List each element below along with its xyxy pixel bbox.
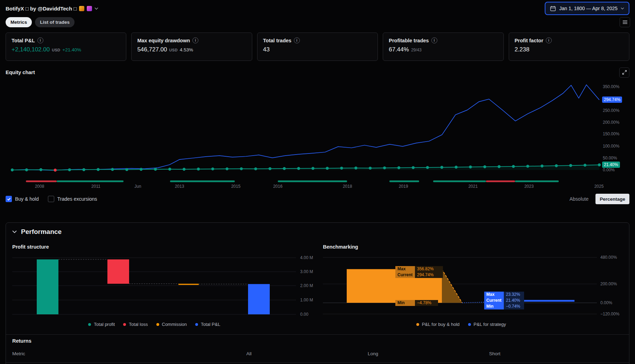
trade-segment[interactable] (278, 180, 347, 182)
returns-header-cell: Long (368, 351, 378, 356)
returns-title: Returns (12, 338, 31, 344)
info-icon[interactable] (294, 37, 300, 43)
data-point (397, 166, 400, 169)
data-point (526, 165, 529, 167)
date-range-label: Jan 1, 1800 — Apr 8, 2025 (559, 6, 618, 11)
data-point (168, 167, 171, 170)
divider (6, 362, 629, 363)
data-point (383, 166, 386, 169)
tab-list-of-trades[interactable]: List of trades (35, 17, 75, 27)
data-point (426, 166, 429, 169)
data-point (111, 168, 114, 171)
trades-excursions-toggle[interactable]: Trades excursions (48, 196, 97, 202)
tooltip-label: Min (484, 304, 504, 309)
metric-card-total-pnl: Total P&L +2,140,102.00 USD +21.40% (6, 33, 126, 61)
card-title: Total P&L (12, 38, 35, 43)
absolute-mode-button[interactable]: Absolute (570, 196, 588, 202)
metric-card-max-drawdown: Max equity drawdown 546,727.00 USD 4.53% (131, 33, 252, 61)
report-layout-button[interactable] (620, 17, 630, 27)
data-point (369, 167, 372, 170)
y-axis-label: 200.00% (600, 281, 617, 286)
data-point (254, 167, 257, 170)
data-point (240, 167, 243, 170)
x-axis-label: 2018 (343, 184, 352, 189)
trade-segment[interactable] (26, 180, 57, 182)
tooltip-label: Max (484, 292, 504, 298)
buyhold-min-tooltip: Min −4.78% (395, 300, 438, 306)
trade-segment[interactable] (433, 180, 486, 182)
data-point (469, 165, 472, 168)
data-point (140, 168, 142, 171)
legend-dot (88, 323, 91, 326)
data-point (97, 168, 99, 171)
bar-commission (178, 284, 199, 285)
x-axis-label: 2016 (273, 184, 283, 189)
y-axis-label: 200.00% (603, 120, 619, 125)
card-extra: +21.40% (62, 47, 81, 52)
data-point (25, 169, 28, 171)
checkbox-unchecked-icon[interactable] (48, 196, 54, 202)
profit-structure-chart[interactable]: 4.00 M3.00 M2.00 M1.00 M0.00 (12, 253, 320, 320)
x-axis-label: Jun (134, 184, 141, 189)
date-range-picker[interactable]: Jan 1, 1800 — Apr 8, 2025 (545, 2, 629, 15)
bar-total-profit (37, 259, 58, 314)
data-point (569, 164, 572, 167)
tab-metrics[interactable]: Metrics (6, 17, 32, 27)
data-point (483, 165, 486, 168)
data-point (584, 164, 586, 166)
tooltip-label: Current (395, 272, 415, 278)
equity-chart[interactable]: 350.00%250.00%200.00%150.00%100.00%50.00… (0, 78, 635, 191)
info-icon[interactable] (192, 37, 198, 43)
buy-hold-value-badge: 294.74% (602, 97, 622, 103)
trade-segment[interactable] (170, 180, 235, 182)
legend-label: P&L for buy & hold (422, 322, 460, 327)
view-tabs: Metrics List of trades (0, 17, 635, 28)
y-axis-label: 480.00% (600, 255, 617, 260)
data-point (54, 169, 57, 171)
metric-cards-row: Total P&L +2,140,102.00 USD +21.40% Max … (0, 28, 635, 66)
data-point (555, 164, 558, 167)
legend-item: Commission (156, 322, 187, 327)
tooltip-value: −0.74% (504, 304, 524, 309)
data-point (440, 166, 443, 169)
trade-segment[interactable] (486, 180, 515, 182)
card-extra: 4.53% (180, 47, 193, 52)
data-point (412, 166, 415, 169)
info-icon[interactable] (37, 37, 43, 43)
trade-segment[interactable] (389, 180, 419, 182)
y-axis-label: 50.00% (603, 156, 617, 160)
chart-badge-icon (87, 6, 92, 11)
legend-dot (195, 323, 198, 326)
trade-segment[interactable] (515, 180, 559, 182)
expand-chart-button[interactable] (619, 67, 629, 78)
performance-section-toggle[interactable]: Performance (12, 228, 62, 236)
bar-total-loss (107, 259, 129, 284)
data-point (541, 165, 543, 167)
metric-card-profitable-trades: Profitable trades 67.44% 29/43 (383, 33, 503, 61)
strategy-title-group[interactable]: BotifyX □ by @DaviddTech □ (6, 6, 98, 12)
fullscreen-icon (622, 70, 627, 75)
data-point (598, 163, 601, 166)
benchmarking-legend: P&L for buy & holdP&L for strategy (323, 322, 599, 327)
y-axis-label: 0.00 (300, 312, 308, 317)
percentage-mode-button[interactable]: Percentage (595, 194, 629, 204)
trade-segment[interactable] (57, 180, 124, 182)
info-icon[interactable] (546, 37, 552, 43)
x-axis-label: 2019 (399, 184, 408, 189)
legend-dot (416, 323, 419, 326)
chevron-down-icon (12, 230, 17, 233)
strategy-value-badge: 21.40% (602, 162, 620, 168)
buy-hold-toggle[interactable]: Buy & hold (6, 196, 39, 202)
profit-structure-title: Profit structure (12, 244, 49, 250)
tooltip-value: 294.74% (415, 272, 443, 278)
benchmarking-chart[interactable]: Max 356.82% Current 294.74% Min −4.78% M… (323, 253, 633, 320)
tooltip-label: Min (395, 300, 415, 306)
calendar-icon (550, 6, 556, 12)
card-value: 43 (263, 46, 270, 53)
legend-label: P&L for strategy (474, 322, 506, 327)
checkbox-checked-icon[interactable] (6, 196, 12, 202)
trades-excursions-label: Trades excursions (57, 196, 97, 202)
data-point (297, 167, 300, 170)
info-icon[interactable] (431, 37, 437, 43)
data-point (68, 168, 71, 171)
